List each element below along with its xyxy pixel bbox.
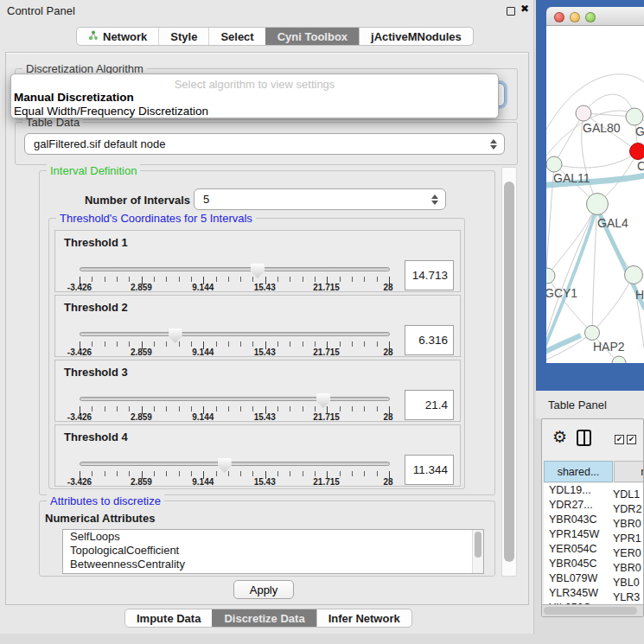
tab-style[interactable]: Style (158, 28, 208, 45)
checkbox-icon[interactable]: ✔ (615, 435, 624, 444)
network-nodes (546, 105, 644, 363)
tab-network[interactable]: Network (77, 28, 158, 45)
threshold-label: Threshold 1 (64, 236, 128, 249)
tab-label: Style (170, 30, 197, 43)
threshold-3-panel: Threshold 3 -3.426 2.859 9.144 15.43 21.… (54, 360, 461, 422)
scrollbar-thumb[interactable] (504, 182, 514, 562)
attributes-group: Attributes to discretize Numerical Attri… (39, 501, 495, 577)
tab-cyni-toolbox[interactable]: Cyni Toolbox (265, 28, 359, 45)
intervals-value: 5 (203, 193, 209, 206)
panel-title: Control Panel (7, 4, 75, 17)
threshold-1-panel: Threshold 1 -3.426 2.859 9.144 15.43 21.… (54, 230, 461, 292)
tab-infer-network[interactable]: Infer Network (316, 609, 411, 627)
table-row[interactable]: YER054CYER0 (544, 542, 644, 557)
popup-option-equal-width-frequency[interactable]: Equal Width/Frequency Discretization (14, 105, 208, 118)
node (546, 268, 555, 284)
node-label: C (637, 159, 644, 173)
table-panel: ⚙ ✔ ✔ shared... n... YDL19...YDL1 YDR27.… (541, 418, 644, 617)
node-label: H (635, 288, 644, 302)
checkbox-icon[interactable]: ✔ (627, 435, 636, 444)
column-header-shared-name[interactable]: shared... (544, 461, 613, 482)
tab-discretize-data[interactable]: Discretize Data (212, 609, 316, 627)
bottom-tab-bar: Impute Data Discretize Data Infer Networ… (124, 609, 412, 628)
node (626, 108, 643, 125)
table-row[interactable]: YBR045CYBR0 (544, 557, 644, 571)
network-canvas[interactable]: GAL80 GA C GAL11 GAL4 GCY1 H HAP2 (546, 26, 644, 363)
slider-track[interactable] (80, 462, 390, 466)
mac-close-icon[interactable] (554, 12, 564, 22)
slider-track[interactable] (80, 267, 390, 271)
panel-scrollbar[interactable] (501, 167, 517, 577)
threshold-label: Threshold 4 (64, 430, 128, 443)
tab-label: Select (220, 30, 253, 43)
node-label: GAL11 (553, 171, 590, 185)
table-data-combobox[interactable]: galFiltered.sif default node (24, 133, 505, 155)
node (546, 156, 562, 172)
network-window-titlebar[interactable] (546, 7, 644, 26)
number-of-intervals-spinner[interactable]: 5 (194, 188, 446, 210)
scrollbar-thumb[interactable] (544, 607, 637, 615)
slider-track[interactable] (80, 332, 390, 336)
threshold-label: Threshold 3 (64, 366, 128, 379)
thresholds-group-title: Threshold's Coordinates for 5 Intervals (56, 212, 256, 225)
attributes-listbox[interactable]: SelfLoops TopologicalCoefficient Between… (62, 529, 484, 574)
cyni-toolbox-panel: Discretization Algorithm Table Data galF… (5, 52, 529, 605)
mac-zoom-icon[interactable] (585, 12, 596, 22)
tab-label: Cyni Toolbox (277, 30, 348, 43)
gear-icon[interactable]: ⚙ (552, 427, 567, 447)
threshold-value-field[interactable]: 14.713 (405, 260, 454, 290)
tab-jactivemnodules[interactable]: jActiveMNodules (359, 28, 473, 45)
apply-button[interactable]: Apply (233, 580, 294, 599)
table-panel-titlebar: Table Panel (536, 391, 644, 418)
horizontal-scrollbar[interactable] (542, 604, 644, 616)
threshold-2-panel: Threshold 2 -3.426 2.859 9.144 15.43 21.… (54, 295, 461, 357)
table-row[interactable]: YBL079WYBL0 (544, 571, 644, 586)
slider-tick-labels: -3.426 2.859 9.144 15.43 21.715 28 (80, 283, 388, 292)
node-label: GCY1 (546, 286, 577, 300)
close-icon[interactable]: ✖ (520, 3, 529, 15)
columns-icon[interactable] (577, 430, 591, 446)
top-tab-bar: Network Style Select Cyni Toolbox jActiv… (76, 27, 474, 46)
tab-label: Network (103, 30, 147, 43)
node (576, 105, 591, 121)
mac-minimize-icon[interactable] (570, 12, 580, 22)
spinner-stepper-icon[interactable] (431, 189, 438, 209)
list-item[interactable]: SelfLoops (63, 530, 483, 544)
table-rows: YDL19...YDL1 YDR27...YDR2 YBR043CYBR0 YP… (544, 483, 644, 615)
popup-hint: Select algorithm to view settings (11, 78, 498, 91)
node (585, 326, 600, 341)
column-header-name[interactable]: n... (614, 461, 644, 482)
tab-label: Discretize Data (224, 612, 304, 625)
threshold-value-field[interactable]: 11.344 (405, 455, 454, 485)
table-row[interactable]: YDR27...YDR2 (544, 498, 644, 513)
tab-select[interactable]: Select (208, 28, 265, 45)
table-row[interactable]: YPR145WYPR1 (544, 527, 644, 542)
popup-option-manual-discretization[interactable]: Manual Discretization (14, 91, 134, 104)
threshold-label: Threshold 2 (64, 301, 128, 314)
table-row[interactable]: YLR345WYLR3 (544, 586, 644, 601)
scrollbar-thumb[interactable] (475, 532, 481, 558)
node (625, 266, 643, 284)
list-item[interactable]: TopologicalCoefficient (63, 544, 483, 558)
list-scrollbar[interactable] (472, 530, 483, 573)
node-selected-red (630, 143, 644, 160)
table-data-value: galFiltered.sif default node (34, 137, 165, 150)
list-item[interactable]: BetweennessCentrality (63, 558, 483, 571)
slider-tick-labels: -3.426 2.859 9.144 15.43 21.715 28 (80, 348, 388, 357)
table-row[interactable]: YDL19...YDL1 (544, 483, 644, 498)
tab-label: Infer Network (328, 612, 400, 625)
node-label: GAL4 (597, 216, 628, 230)
node (587, 194, 609, 215)
algorithm-dropdown-popup: Select algorithm to view settings Manual… (10, 73, 499, 118)
tab-impute-data[interactable]: Impute Data (125, 609, 212, 627)
attributes-group-title: Attributes to discretize (47, 494, 164, 507)
node-label: GAL80 (583, 121, 621, 135)
threshold-value-field[interactable]: 21.4 (405, 390, 454, 420)
combo-stepper-icon[interactable] (490, 134, 497, 154)
table-row[interactable]: YBR043CYBR0 (544, 513, 644, 527)
slider-track[interactable] (80, 397, 390, 401)
network-icon (88, 30, 99, 43)
float-window-icon[interactable] (507, 7, 515, 16)
table-panel-title: Table Panel (548, 399, 607, 411)
threshold-value-field[interactable]: 6.316 (405, 325, 454, 355)
